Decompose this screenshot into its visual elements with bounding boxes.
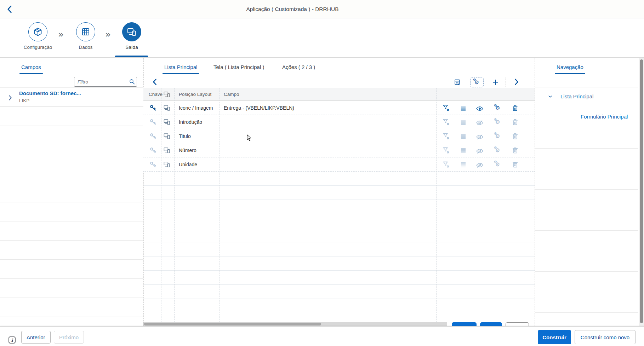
settings-gears-icon[interactable]: ⚙⚙ [494, 161, 501, 168]
step-dados[interactable]: Dados [64, 22, 107, 50]
construir-button[interactable]: Construir [538, 330, 571, 344]
text-lines-icon[interactable] [460, 104, 467, 111]
scrollbar-thumb[interactable] [640, 59, 643, 323]
filter-input[interactable] [74, 77, 137, 87]
col-header-chave[interactable]: Chave [149, 88, 163, 101]
key-icon [150, 147, 156, 154]
table-header: Chave Posição Layout Campo [143, 88, 535, 101]
tab-acoes[interactable]: Ações ( 2 / 3 ) [282, 58, 315, 76]
delete-icon[interactable] [512, 119, 519, 126]
back-icon[interactable] [7, 5, 12, 13]
tree-item-subtitle: LIKP [19, 98, 29, 103]
step-label: Dados [64, 45, 107, 50]
filter-clear-icon[interactable] [443, 119, 450, 126]
devices-icon [164, 161, 170, 168]
posicao-layout-cell: Introdução [179, 115, 202, 129]
table-row[interactable]: Icone / Imagem Entrega - (VBELN/LIKP.VBE… [143, 101, 535, 115]
delete-icon[interactable] [512, 104, 519, 111]
nav-item-label: Lista Principal [560, 93, 593, 99]
tab-label: Ações ( 2 / 3 ) [282, 64, 315, 70]
shell-bar: Aplicação ( Customizada ) - DRRHUB [0, 0, 644, 18]
tree-item-documento-sd[interactable]: Documento SD: fornec... LIKP [0, 88, 143, 107]
devices-icon [164, 104, 170, 111]
campo-cell: Entrega - (VBELN/LIKP.VBELN) [224, 101, 294, 115]
settings-gears-icon[interactable]: ⚙⚙ [494, 147, 501, 154]
posicao-layout-cell: Unidade [179, 157, 197, 172]
nav-item-label: Formulário Principal [581, 114, 628, 120]
table-row[interactable]: Titulo ⚙⚙ [143, 129, 535, 143]
visibility-off-icon[interactable] [476, 148, 483, 155]
chevron-right-icon[interactable] [514, 79, 519, 85]
posicao-layout-cell: Titulo [179, 129, 191, 143]
delete-icon[interactable] [512, 147, 519, 154]
visibility-off-icon[interactable] [476, 133, 483, 140]
table-row[interactable]: Unidade ⚙⚙ [143, 157, 535, 172]
col-header-posicao[interactable]: Posição Layout [179, 88, 211, 101]
settings-gears-icon[interactable]: ⚙⚙ [494, 104, 501, 111]
add-icon[interactable] [492, 79, 498, 85]
tab-campos[interactable]: Campos [21, 58, 41, 76]
construir-como-novo-button[interactable]: Construir como novo [575, 330, 636, 344]
settings-gears-icon[interactable]: ⚙⚙ [494, 119, 501, 126]
tab-label: Tela ( Lista Principal ) [213, 64, 264, 70]
chevron-right-icon[interactable] [8, 95, 12, 100]
nav-item-lista-principal[interactable]: Lista Principal [535, 87, 638, 106]
tab-navegacao[interactable]: Navegação [557, 58, 583, 76]
scrollbar-thumb[interactable] [144, 323, 321, 325]
tab-tela-lista-principal[interactable]: Tela ( Lista Principal ) [213, 58, 264, 76]
visibility-off-icon[interactable] [476, 162, 483, 169]
filter-clear-icon[interactable] [443, 161, 450, 168]
table-row[interactable]: Número ⚙⚙ [143, 143, 535, 157]
product-box-icon [28, 22, 47, 41]
key-icon [150, 119, 156, 125]
information-icon[interactable] [8, 336, 16, 344]
filter-clear-icon[interactable] [443, 133, 450, 140]
delete-icon[interactable] [512, 133, 519, 140]
app-title: Aplicação ( Customizada ) - DRRHUB [222, 0, 363, 18]
filter-clear-icon[interactable] [443, 147, 450, 154]
left-panel-empty-rows [0, 107, 143, 325]
table-row[interactable]: Introdução ⚙⚙ [143, 115, 535, 129]
step-label: Configuração [17, 45, 59, 50]
clipped-button[interactable] [452, 322, 477, 326]
proximo-button[interactable]: Próximo [54, 331, 84, 344]
anterior-button[interactable]: Anterior [21, 331, 51, 344]
delete-icon[interactable] [512, 161, 519, 168]
table-search-icon[interactable] [454, 79, 461, 86]
nav-item-formulario-principal[interactable]: Formulário Principal [535, 106, 638, 128]
text-lines-icon[interactable] [460, 147, 467, 154]
key-icon [150, 161, 156, 168]
key-icon [150, 133, 156, 139]
key-icon [150, 105, 156, 111]
tree-item-title: Documento SD: fornec... [19, 90, 81, 96]
vertical-scrollbar[interactable] [639, 58, 644, 326]
search-icon[interactable] [129, 79, 135, 85]
horizontal-scrollbar[interactable] [143, 322, 447, 326]
text-lines-icon[interactable] [460, 161, 467, 168]
settings-gears-icon[interactable]: ⚙⚙ [494, 133, 501, 140]
filter-field-wrap [74, 77, 137, 87]
clipped-button[interactable] [506, 322, 529, 326]
visibility-off-icon[interactable] [476, 119, 483, 126]
step-label: Saída [110, 45, 153, 50]
text-lines-icon[interactable] [460, 133, 467, 140]
col-header-campo[interactable]: Campo [224, 88, 239, 101]
settings-gears-toggle[interactable]: ⚙⚙ [470, 77, 484, 87]
chevron-left-icon[interactable] [153, 79, 157, 85]
step-configuracao[interactable]: Configuração [17, 22, 59, 50]
devices-icon [122, 22, 141, 41]
wizard-steps-bar: Configuração » Dados » Saída [0, 18, 644, 58]
visibility-on-icon[interactable] [476, 105, 483, 112]
chevron-down-icon[interactable] [548, 94, 552, 99]
posicao-layout-cell: Número [179, 143, 196, 157]
tab-label: Lista Principal [164, 64, 197, 70]
active-step-underline [115, 56, 148, 57]
clipped-button[interactable] [480, 322, 502, 326]
text-lines-icon[interactable] [460, 119, 467, 126]
nav-panel-empty-rows [535, 128, 638, 325]
step-saida[interactable]: Saída [110, 22, 153, 50]
devices-icon[interactable] [164, 91, 170, 98]
table-grid-icon [76, 22, 95, 41]
filter-clear-icon[interactable] [443, 104, 450, 111]
tab-lista-principal[interactable]: Lista Principal [164, 58, 197, 76]
